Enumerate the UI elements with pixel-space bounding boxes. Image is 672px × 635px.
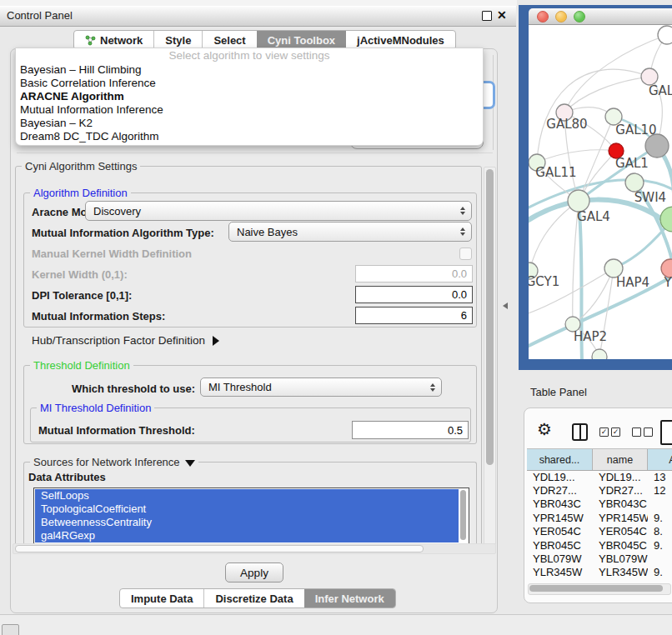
minimize-traffic-light[interactable] <box>555 11 567 22</box>
table-row[interactable]: YLR345WYLR345W9. <box>527 566 672 579</box>
mi-algorithm-type-select[interactable]: Naive Bayes <box>228 222 472 242</box>
network-node[interactable] <box>592 349 607 359</box>
tab-network[interactable]: Network <box>74 31 153 49</box>
table-cell: 9. <box>648 539 672 552</box>
dropdown-placeholder: Select algorithm to view settings <box>16 48 483 63</box>
table-rows: YDL19...YDL19...13YDR27...YDR27...12YBR0… <box>527 470 672 582</box>
table-row[interactable]: YDL19...YDL19...13 <box>527 470 672 483</box>
close-traffic-light[interactable] <box>537 11 549 22</box>
table-row[interactable]: YER054CYER054C8. <box>527 525 672 538</box>
column-header-a[interactable]: A <box>648 449 672 470</box>
mi-threshold-label: Mutual Information Threshold: <box>38 424 195 437</box>
hub-definition-expander[interactable]: Hub/Transcription Factor Definition <box>32 334 219 347</box>
list-scrollbar-thumb[interactable] <box>460 490 466 540</box>
kernel-width-field[interactable]: 0.0 <box>355 265 473 282</box>
table-cell: YBR045C <box>593 539 648 552</box>
node-label-gal11: GAL11 <box>535 165 576 180</box>
stepper-arrows-icon <box>460 207 465 215</box>
network-node-gal[interactable] <box>641 68 658 85</box>
dropdown-item-bayesian-hill-climbing[interactable]: Bayesian – Hill Climbing <box>16 63 483 77</box>
tab-jactivemnodules[interactable]: jActiveMNodules <box>346 31 455 49</box>
table-cell: YBR043C <box>527 498 593 510</box>
collapsed-panel-button[interactable] <box>2 624 19 635</box>
mi-steps-field[interactable]: 6 <box>355 307 473 324</box>
column-header-shared[interactable]: shared... <box>527 449 593 470</box>
table-hscroll-thumb[interactable] <box>529 585 663 592</box>
data-attributes-list[interactable]: SelfLoopsTopologicalCoefficientBetweenne… <box>33 488 469 544</box>
network-window-titlebar[interactable] <box>529 8 672 25</box>
close-icon[interactable]: ✕ <box>497 8 507 22</box>
network-view-canvas[interactable]: GALGAL80GAL10GAL1GAL11GAL4SWI4GCY1HAP4YH… <box>529 25 672 359</box>
dropdown-item-aracne-algorithm[interactable]: ARACNE Algorithm <box>16 90 483 103</box>
dropdown-item-bayesian-k2[interactable]: Bayesian – K2 <box>16 117 483 130</box>
table-cell: 9. <box>648 512 672 524</box>
zoom-traffic-light[interactable] <box>574 11 585 22</box>
tab-discretize-data[interactable]: Discretize Data <box>203 589 303 608</box>
table-row[interactable]: YBR043CYBR043C <box>527 498 672 511</box>
tab-cyni-toolbox[interactable]: Cyni Toolbox <box>257 31 346 49</box>
node-label-gal80: GAL80 <box>546 117 587 132</box>
which-threshold-select[interactable]: MI Threshold <box>200 378 442 397</box>
settings-horizontal-scrollbar[interactable] <box>13 543 496 554</box>
mi-algorithm-type-label: Mutual Information Algorithm Type: <box>32 227 214 239</box>
gear-icon[interactable]: ⚙ <box>537 420 552 438</box>
algorithm-definition-title: Algorithm Definition <box>30 187 131 199</box>
dropdown-item-basic-correlation-inference[interactable]: Basic Correlation Inference <box>16 77 483 90</box>
aracne-mode-select[interactable]: Discovery <box>85 201 472 221</box>
attribute-item-selfloops[interactable]: SelfLoops <box>35 489 459 502</box>
table-row[interactable]: YDR27...YDR27...12 <box>527 483 672 497</box>
table-cell: YDL19... <box>593 471 648 483</box>
manual-kernel-width-checkbox[interactable] <box>459 248 472 260</box>
document-icon[interactable] <box>660 420 672 445</box>
node-label-hap4: HAP4 <box>616 275 649 290</box>
sources-group-title[interactable]: Sources for Network Inference <box>30 456 198 468</box>
column-header-name[interactable]: name <box>593 449 648 470</box>
dropdown-item-dream8-dc-tdc-algorithm[interactable]: Dream8 DC_TDC Algorithm <box>16 130 483 143</box>
network-node[interactable] <box>658 26 672 44</box>
table-cell: 13 <box>648 471 672 483</box>
tab-label: Infer Network <box>315 592 384 605</box>
tab-label: Cyni Toolbox <box>268 34 335 47</box>
attribute-item-topologicalcoefficient[interactable]: TopologicalCoefficient <box>35 502 459 516</box>
network-node[interactable] <box>645 134 669 158</box>
table-cell: 9. <box>648 580 672 582</box>
table-panel-title: Table Panel <box>530 386 587 398</box>
dpi-tolerance-field[interactable]: 0.0 <box>355 286 473 303</box>
float-window-icon[interactable] <box>482 11 492 21</box>
network-node-swi4[interactable] <box>625 173 644 192</box>
node-label-gcy1: GCY1 <box>529 274 559 289</box>
tab-style[interactable]: Style <box>153 31 202 49</box>
attribute-item-gal4rgexp[interactable]: gal4RGexp <box>35 529 459 542</box>
table-row[interactable]: YBR045CYBR045C9. <box>527 538 672 552</box>
settings-hscroll-thumb[interactable] <box>15 545 424 552</box>
settings-vertical-scrollbar[interactable] <box>484 167 496 545</box>
tab-impute-data[interactable]: Impute Data <box>120 589 203 608</box>
table-row[interactable]: YBL079WYBL079W <box>527 552 672 565</box>
network-edge[interactable] <box>564 77 649 112</box>
checked-box-icon[interactable]: ✓ <box>611 428 620 437</box>
unchecked-box-icon[interactable] <box>644 428 653 437</box>
unchecked-box-icon[interactable] <box>632 428 641 437</box>
network-edge[interactable] <box>529 201 579 271</box>
tab-select[interactable]: Select <box>202 31 256 49</box>
attribute-item-betweennesscentrality[interactable]: BetweennessCentrality <box>35 516 459 529</box>
mi-threshold-field[interactable]: 0.5 <box>352 421 469 439</box>
split-columns-icon[interactable] <box>572 423 588 441</box>
dropdown-item-mutual-information-inference[interactable]: Mutual Information Inference <box>16 103 483 117</box>
table-row[interactable]: YIL052CYIL052C9. <box>527 579 672 582</box>
list-scrollbar[interactable] <box>459 489 468 542</box>
settings-vscroll-thumb[interactable] <box>486 169 494 465</box>
cyni-bottom-tabbar: Impute DataDiscretize DataInfer Network <box>119 588 396 608</box>
network-icon <box>85 35 96 46</box>
table-row[interactable]: YPR145WYPR145W9. <box>527 511 672 524</box>
sources-group-label: Sources for Network Inference <box>33 456 180 468</box>
checked-box-icon[interactable]: ✓ <box>599 428 609 437</box>
control-panel-title: Control Panel <box>7 9 73 22</box>
table-horizontal-scrollbar[interactable] <box>528 583 671 595</box>
panel-splitter-grip[interactable] <box>503 302 508 309</box>
network-edge[interactable] <box>537 150 616 162</box>
apply-button[interactable]: Apply <box>225 562 283 582</box>
settings-group-title: Cyni Algorithm Settings <box>22 160 140 172</box>
tab-infer-network[interactable]: Infer Network <box>304 589 395 608</box>
table-cell: YLR345W <box>593 566 648 578</box>
